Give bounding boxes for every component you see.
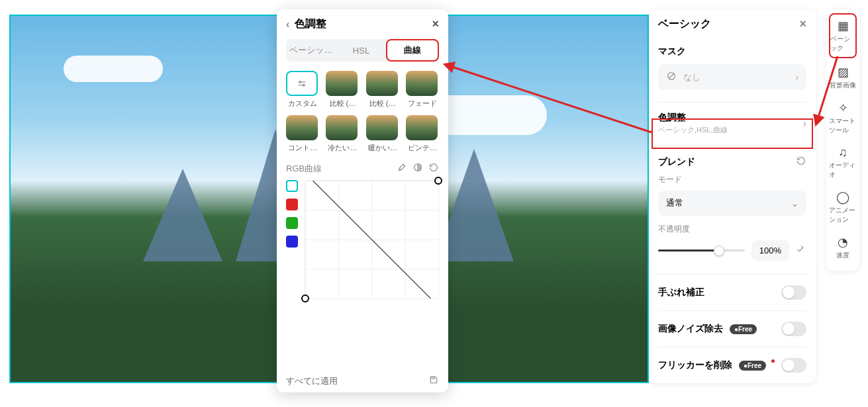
preset-custom[interactable]: カスタム [286,71,319,109]
preset-item[interactable]: コント… [286,115,319,153]
music-icon: ♫ [838,146,847,159]
contrast-icon[interactable] [412,162,423,175]
curve-label: RGB曲線 [286,163,322,175]
image-icon: ▨ [838,65,849,79]
tab-hsl[interactable]: HSL [336,39,387,62]
motion-icon: ◯ [836,190,849,204]
flicker-label: フリッカーを削除 [658,359,732,370]
rail-audio[interactable]: ♫ オーディオ [829,142,857,183]
preset-label: カスタム [288,99,317,107]
color-adjust-title: 色調整 [658,112,728,124]
popup-tabs: ベーシッ… HSL 曲線 [286,39,439,62]
rail-label: 速度 [836,251,849,260]
magic-icon: ✧ [838,101,848,115]
curve-knob-low[interactable] [301,294,309,302]
svg-line-7 [669,73,674,79]
preset-label: コント… [288,144,317,152]
svg-rect-5 [432,377,434,379]
rail-speed[interactable]: ◔ 速度 [829,231,857,264]
color-adjust-subtitle: ベーシック,HSL,曲線 [658,125,728,135]
rail-bg[interactable]: ▨ 背景画像 [829,61,857,94]
close-icon[interactable]: × [432,17,439,31]
stabilize-label: 手ぶれ補正 [658,287,704,298]
opacity-slider[interactable] [658,249,745,251]
preset-item[interactable]: 冷たい… [326,115,359,153]
basic-panel: ベーシック × マスク なし › 色調整 ベーシック,HSL,曲線 › ブレンド… [649,9,816,383]
new-dot-icon [771,359,775,363]
rail-basic[interactable]: ▦ ベーシック [829,13,857,58]
rail-label: 背景画像 [830,81,856,90]
flicker-toggle[interactable] [781,358,806,373]
preset-label: 暖かい… [368,144,397,152]
preset-item[interactable]: ビンテ… [406,115,439,153]
reset-icon[interactable] [428,162,439,175]
denoise-toggle[interactable] [781,322,806,336]
curve-knob-high[interactable] [434,177,442,185]
color-adjust-row[interactable]: 色調整 ベーシック,HSL,曲線 › [658,102,806,144]
tab-curves[interactable]: 曲線 [386,39,439,62]
rail-label: オーディオ [829,161,857,179]
preset-item[interactable]: フェード [406,71,439,109]
chevron-right-icon: › [796,72,798,82]
opacity-label: 不透明度 [658,224,806,235]
free-badge: ●Free [739,361,766,371]
channel-blue[interactable] [286,236,298,248]
channel-red[interactable] [286,199,298,210]
rail-label: スマートツール [829,116,857,135]
opacity-value[interactable]: 100% [751,240,789,261]
close-icon[interactable]: × [799,17,806,31]
denoise-label: 画像ノイズ除去 [658,323,723,334]
layout-icon: ▦ [838,19,849,33]
chevron-down-icon: ⌄ [791,199,798,208]
curve-line [305,181,438,298]
rail-label: ベーシック [830,34,855,53]
color-adjust-popup: ‹ 色調整 × ベーシッ… HSL 曲線 カスタム 比較 (… 比較 (… フェ… [277,9,448,392]
blend-title: ブレンド [658,156,695,168]
reset-icon[interactable] [796,156,806,169]
eyedropper-icon[interactable] [397,162,407,175]
curve-editor[interactable] [305,180,439,299]
blend-mode-value: 通常 [666,197,683,209]
preset-label: 比較 (… [330,99,356,107]
mountain-shape [143,169,222,261]
stabilize-toggle[interactable] [781,285,806,300]
free-badge: ●Free [730,324,757,334]
reset-icon[interactable] [796,244,806,257]
preset-label: 比較 (… [369,99,396,107]
chevron-right-icon: › [803,118,806,130]
preset-item[interactable]: 暖かい… [366,115,399,153]
preset-grid: カスタム 比較 (… 比較 (… フェード コント… 冷たい… 暖かい… ビンテ… [286,71,439,153]
cloud-shape [64,56,163,82]
preset-label: ビンテ… [408,144,437,152]
popup-title: 色調整 [295,17,326,31]
side-rail: ▦ ベーシック ▨ 背景画像 ✧ スマートツール ♫ オーディオ ◯ アニメーシ… [826,9,859,271]
mask-selector[interactable]: なし › [658,64,806,90]
preset-item[interactable]: 比較 (… [326,71,359,109]
back-icon[interactable]: ‹ [286,19,289,30]
rail-anim[interactable]: ◯ アニメーション [829,186,857,228]
gauge-icon: ◔ [838,235,848,249]
save-preset-icon[interactable] [428,375,439,387]
panel-title: ベーシック [658,17,711,31]
channel-rgb[interactable] [286,180,298,192]
preset-label: フェード [408,99,437,107]
mask-title: マスク [658,46,806,58]
none-icon [666,71,677,83]
blend-mode-select[interactable]: 通常 ⌄ [658,191,806,216]
preset-label: 冷たい… [328,144,357,152]
tab-basic[interactable]: ベーシッ… [286,39,336,62]
apply-all-label[interactable]: すべてに適用 [286,375,338,387]
preset-item[interactable]: 比較 (… [366,71,399,109]
blend-mode-label: モード [658,174,806,185]
channel-green[interactable] [286,217,298,229]
rail-smart[interactable]: ✧ スマートツール [829,97,857,139]
mask-value: なし [683,71,700,83]
rail-label: アニメーション [829,206,857,224]
